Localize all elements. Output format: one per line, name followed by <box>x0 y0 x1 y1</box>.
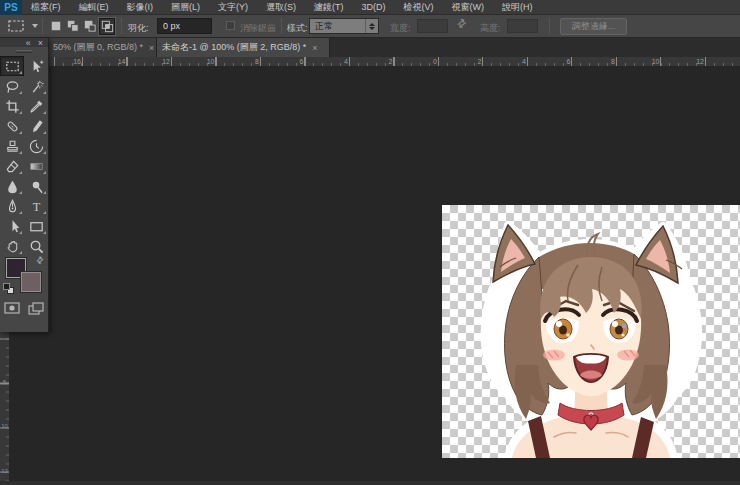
height-label: 高度: <box>480 22 501 35</box>
tool-hand[interactable] <box>0 236 24 256</box>
flyout-indicator <box>19 231 22 234</box>
tab-label: 50% (圖層 0, RGB/8) * <box>53 41 143 54</box>
flyout-indicator <box>19 171 22 174</box>
menu-item-7[interactable]: 濾鏡(T) <box>305 0 353 15</box>
tool-lasso[interactable] <box>0 76 24 96</box>
app-logo[interactable]: PS <box>0 0 22 15</box>
marquee-preset-icon <box>5 17 27 35</box>
menu-item-5[interactable]: 文字(Y) <box>209 0 257 15</box>
tab-close-icon[interactable]: × <box>312 43 317 53</box>
tool-magic-wand[interactable] <box>24 76 48 96</box>
collapse-panel-icon[interactable]: « <box>26 39 31 47</box>
menu-item-2[interactable]: 編輯(E) <box>70 0 118 15</box>
flyout-indicator <box>43 151 46 154</box>
flyout-indicator <box>43 111 46 114</box>
tool-brush[interactable] <box>24 116 48 136</box>
default-colors-icon[interactable] <box>3 283 15 295</box>
refine-edge-button[interactable]: 調整邊緣... <box>560 18 627 35</box>
close-panel-icon[interactable]: × <box>38 39 43 47</box>
tool-gradient[interactable] <box>24 156 48 176</box>
height-input[interactable] <box>507 19 538 33</box>
width-input[interactable] <box>417 19 448 33</box>
chevron-down-icon <box>32 24 38 28</box>
new-selection-button[interactable] <box>48 18 64 35</box>
style-label: 樣式: <box>287 22 308 35</box>
add-to-selection-button[interactable] <box>65 18 81 35</box>
tools-panel: « × T ⇄ <box>0 38 49 332</box>
tool-zoom[interactable] <box>24 236 48 256</box>
tool-type[interactable]: T <box>24 196 48 216</box>
menu-item-1[interactable]: 檔案(F) <box>22 0 70 15</box>
tool-blur[interactable] <box>0 176 24 196</box>
menu-bar: PS 檔案(F)編輯(E)影像(I)圖層(L)文字(Y)選取(S)濾鏡(T)3D… <box>0 0 740 15</box>
style-value: 正常 <box>310 20 365 33</box>
color-swatches: ⇄ <box>0 256 48 298</box>
eyedropper-icon <box>28 98 45 115</box>
tool-preset-picker[interactable] <box>5 15 38 37</box>
magic-wand-icon <box>28 78 45 95</box>
flyout-indicator <box>19 151 22 154</box>
tool-path-selection[interactable] <box>0 216 24 236</box>
menu-item-3[interactable]: 影像(I) <box>118 0 163 15</box>
tab-close-icon[interactable]: × <box>149 43 154 53</box>
flyout-indicator <box>19 251 22 254</box>
clone-stamp-icon <box>4 138 21 155</box>
tool-clone-stamp[interactable] <box>0 136 24 156</box>
horizontal-ruler[interactable]: 161412108642024681012 <box>0 57 740 67</box>
hruler-number: 12 <box>155 57 170 66</box>
brush-icon <box>28 118 45 135</box>
screen-mode-icon <box>28 302 44 315</box>
path-selection-icon <box>4 218 21 235</box>
tool-dodge[interactable] <box>24 176 48 196</box>
hruler-number: 10 <box>645 57 660 66</box>
selection-mode-group <box>48 15 116 37</box>
tool-crop[interactable] <box>0 96 24 116</box>
tool-eyedropper[interactable] <box>24 96 48 116</box>
tool-rectangular-marquee[interactable] <box>0 56 24 76</box>
document-canvas[interactable] <box>442 205 740 458</box>
app-logo-text: PS <box>4 2 17 13</box>
hruler-number: 2 <box>467 57 482 66</box>
tool-eraser[interactable] <box>0 156 24 176</box>
subtract-from-selection-button[interactable] <box>82 18 98 35</box>
tool-rectangle-shape[interactable] <box>24 216 48 236</box>
swap-colors-icon[interactable]: ⇄ <box>34 254 46 266</box>
crop-icon <box>4 98 21 115</box>
menu-item-10[interactable]: 視窗(W) <box>443 0 494 15</box>
document-tab-bar: 50% (圖層 0, RGB/8) *×未命名-1 @ 100% (圖層 2, … <box>0 38 740 57</box>
document-tab-2[interactable]: 未命名-1 @ 100% (圖層 2, RGB/8) *× <box>157 38 330 57</box>
swap-width-height-icon[interactable]: ⇄ <box>454 16 469 32</box>
menu-item-11[interactable]: 說明(H) <box>493 0 542 15</box>
tool-pen[interactable] <box>0 196 24 216</box>
antialias-label: 消除鋸齒 <box>240 22 276 35</box>
cat-girl-artwork <box>442 205 740 458</box>
tool-history-brush[interactable] <box>24 136 48 156</box>
intersect-selection-button[interactable] <box>99 18 115 35</box>
flyout-indicator <box>43 131 46 134</box>
quick-mask-button[interactable] <box>0 298 24 318</box>
flyout-indicator <box>19 131 22 134</box>
quick-mask-icon <box>4 302 20 314</box>
panel-grip[interactable] <box>0 47 48 56</box>
tools-grid: T <box>0 56 48 256</box>
flyout-indicator <box>43 231 46 234</box>
flyout-indicator <box>43 171 46 174</box>
vruler-number: 8 <box>0 378 8 384</box>
style-dropdown[interactable]: 正常 <box>309 18 379 34</box>
tool-move[interactable] <box>24 56 48 76</box>
tool-spot-healing-brush[interactable] <box>0 116 24 136</box>
document-tab-1[interactable]: 50% (圖層 0, RGB/8) *× <box>48 38 157 57</box>
separator <box>281 18 282 34</box>
feather-input[interactable] <box>157 18 212 34</box>
flyout-indicator <box>43 191 46 194</box>
antialias-checkbox[interactable] <box>226 21 235 30</box>
background-color-swatch[interactable] <box>21 272 41 292</box>
menu-item-6[interactable]: 選取(S) <box>257 0 305 15</box>
pen-icon <box>4 198 21 215</box>
menu-item-8[interactable]: 3D(D) <box>353 0 395 15</box>
gradient-icon <box>28 158 45 175</box>
menu-item-4[interactable]: 圖層(L) <box>162 0 209 15</box>
menu-item-9[interactable]: 檢視(V) <box>395 0 443 15</box>
screen-mode-button[interactable] <box>24 298 48 318</box>
flyout-indicator <box>19 191 22 194</box>
